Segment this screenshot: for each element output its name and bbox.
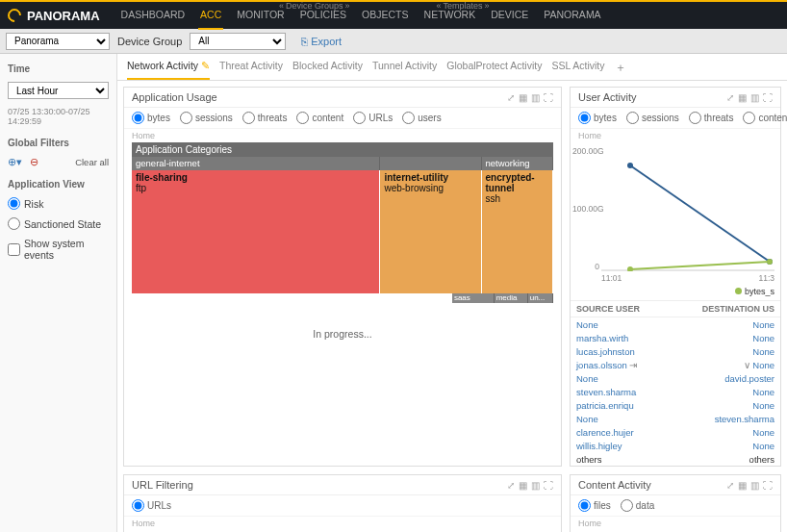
tab-network-activity[interactable]: Network Activity ✎ [127, 60, 210, 80]
remove-filter-icon[interactable]: ⊖ [27, 156, 40, 167]
dest-user-link[interactable]: None [752, 400, 774, 411]
tab-globalprotect-activity[interactable]: GlobalProtect Activity [446, 60, 542, 80]
edit-tab-icon[interactable]: ✎ [198, 60, 210, 71]
nav-panorama[interactable]: PANORAMA [542, 1, 602, 30]
user-row: Nonedavid.poster [571, 371, 780, 385]
maximize-icon[interactable]: ⛶ [544, 92, 553, 103]
filter-icon[interactable]: ▦ [519, 480, 527, 491]
export-button[interactable]: ⎘ Export [301, 36, 342, 47]
source-user-link[interactable]: None [576, 373, 598, 384]
svg-point-3 [627, 266, 633, 271]
nav-context-labels: Device Groups Templates [279, 1, 490, 11]
risk-radio[interactable] [8, 197, 20, 210]
dest-user-link[interactable]: None [752, 360, 774, 370]
user-activity-radio-threats[interactable]: threats [689, 112, 734, 124]
tab-ssl-activity[interactable]: SSL Activity [551, 60, 604, 80]
maximize-icon[interactable]: ⛶ [763, 480, 773, 491]
dest-user-link[interactable]: None [752, 319, 774, 330]
dest-user-link[interactable]: None [752, 427, 774, 438]
source-user-link[interactable]: willis.higley [576, 441, 622, 451]
filter-icon[interactable]: ▦ [519, 92, 527, 103]
user-row: othersothers [571, 452, 780, 466]
show-events-checkbox[interactable] [8, 243, 20, 256]
widget-application-usage: Application Usage ⤢ ▦ ▥ ⛶ bytessessionst… [123, 87, 562, 467]
time-range-select[interactable]: Last Hour [8, 82, 109, 99]
expand-icon[interactable]: ⤢ [507, 480, 515, 491]
filter-icon[interactable]: ▦ [738, 92, 747, 103]
treemap-cell-ftp[interactable]: file-sharingftp [132, 170, 380, 293]
source-user-link[interactable]: clarence.hujer [576, 427, 634, 438]
sidebar: Time Last Hour 07/25 13:30:00-07/25 14:2… [0, 54, 117, 532]
app-usage-radio-content[interactable]: content [296, 112, 343, 124]
col-dest-user[interactable]: DESTINATION US [702, 304, 774, 314]
tab-blocked-activity[interactable]: Blocked Activity [292, 60, 363, 80]
source-user-link[interactable]: None [576, 319, 598, 330]
show-events-label: Show system events [24, 238, 109, 261]
dest-user-link[interactable]: None [752, 333, 774, 343]
user-row: steven.sharmaNone [571, 385, 780, 398]
maximize-icon[interactable]: ⛶ [544, 480, 553, 491]
time-heading: Time [8, 63, 109, 74]
dest-user-link[interactable]: david.poster [724, 373, 774, 384]
context-select[interactable]: Panorama [6, 33, 110, 50]
user-row: marsha.wirthNone [571, 331, 780, 344]
tab-tunnel-activity[interactable]: Tunnel Activity [372, 60, 437, 80]
source-user-link[interactable]: jonas.olsson [576, 360, 627, 370]
dest-user-link[interactable]: steven.sharma [715, 414, 774, 424]
grid-icon[interactable]: ▥ [750, 480, 759, 491]
nav-dashboard[interactable]: DASHBOARD [119, 1, 188, 30]
source-user-link[interactable]: patricia.enriqu [576, 400, 634, 411]
app-usage-treemap[interactable]: Application Categories general-internetn… [124, 142, 561, 309]
user-activity-radio-content[interactable]: content [743, 112, 787, 124]
clear-all-button[interactable]: Clear all [75, 157, 109, 167]
maximize-icon[interactable]: ⛶ [763, 92, 773, 103]
grid-icon[interactable]: ▥ [531, 480, 540, 491]
content-activity-home[interactable]: Home [571, 517, 780, 530]
grid-icon[interactable]: ▥ [531, 92, 540, 103]
url-filtering-home[interactable]: Home [124, 517, 561, 530]
in-progress-text: In progress... [124, 309, 561, 353]
sanctioned-radio[interactable] [8, 217, 20, 230]
app-usage-radio-URLs[interactable]: URLs [353, 112, 393, 124]
content-activity-radio-data[interactable]: data [621, 499, 654, 512]
source-user-link[interactable]: None [576, 414, 598, 424]
user-activity-radio-sessions[interactable]: sessions [626, 112, 679, 124]
app-usage-home[interactable]: Home [124, 129, 561, 142]
expand-icon[interactable]: ⤢ [726, 480, 734, 491]
user-activity-radio-bytes[interactable]: bytes [578, 112, 617, 124]
add-tab-button[interactable]: ＋ [615, 60, 626, 80]
device-group-label: Device Group [117, 36, 182, 47]
user-activity-home[interactable]: Home [571, 129, 780, 142]
app-usage-radio-bytes[interactable]: bytes [132, 112, 170, 124]
user-row: jonas.olsson ⇥∨ None [571, 358, 780, 371]
app-usage-radio-sessions[interactable]: sessions [180, 112, 233, 124]
acc-tabs: Network Activity ✎Threat ActivityBlocked… [117, 54, 787, 81]
url-filtering-radio-URLs[interactable]: URLs [132, 499, 171, 512]
content-activity-radio-files[interactable]: files [578, 499, 611, 512]
device-group-select[interactable]: All [190, 33, 286, 50]
dest-user-link[interactable]: None [752, 346, 774, 357]
source-user-link[interactable]: lucas.johnston [576, 346, 635, 357]
dest-user-link[interactable]: None [752, 441, 774, 451]
user-row: clarence.hujerNone [571, 425, 780, 439]
app-usage-radio-threats[interactable]: threats [242, 112, 288, 124]
add-filter-icon[interactable]: ⊕▾ [8, 156, 21, 167]
treemap-cell-ssh[interactable]: encrypted-tunnelssh [482, 170, 553, 293]
expand-icon[interactable]: ⤢ [507, 92, 515, 103]
nav-device[interactable]: DEVICE [489, 1, 530, 30]
user-activity-title: User Activity [578, 91, 637, 103]
col-source-user[interactable]: SOURCE USER [576, 304, 702, 314]
nav-acc[interactable]: ACC [198, 1, 223, 30]
grid-icon[interactable]: ▥ [750, 92, 759, 103]
filter-icon[interactable]: ▦ [738, 480, 747, 491]
dest-user-link[interactable]: None [752, 387, 774, 397]
app-usage-radio-users[interactable]: users [402, 112, 441, 124]
treemap-cell-web-browsing[interactable]: internet-utilityweb-browsing [380, 170, 481, 293]
expand-icon[interactable]: ⤢ [726, 92, 734, 103]
tab-threat-activity[interactable]: Threat Activity [219, 60, 283, 80]
nav-label-templates: Templates [437, 1, 490, 11]
sanctioned-label: Sanctioned State [24, 218, 101, 230]
nav-label-device-groups: Device Groups [279, 1, 350, 11]
source-user-link[interactable]: marsha.wirth [576, 333, 628, 343]
source-user-link[interactable]: steven.sharma [576, 387, 636, 397]
